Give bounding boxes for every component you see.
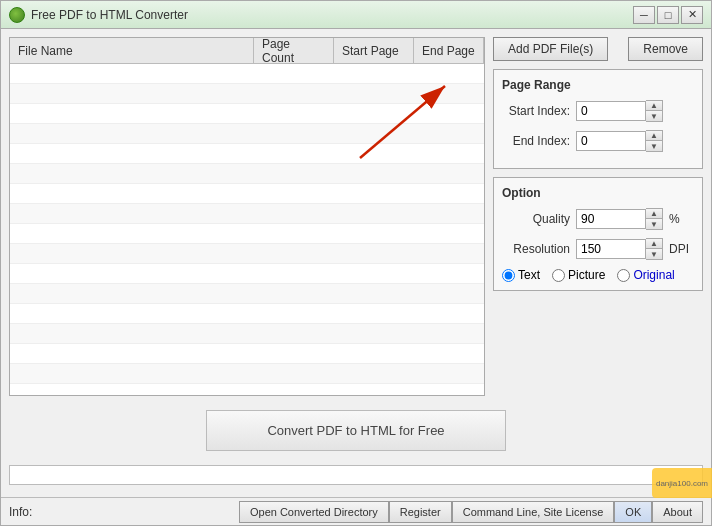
table-row (10, 164, 484, 184)
option-title: Option (502, 186, 694, 200)
end-index-arrows: ▲ ▼ (646, 130, 663, 152)
quality-row: Quality ▲ ▼ % (502, 208, 694, 230)
radio-text-input[interactable] (502, 269, 515, 282)
table-row (10, 204, 484, 224)
page-range-section: Page Range Start Index: ▲ ▼ End Index: (493, 69, 703, 169)
table-row (10, 364, 484, 384)
col-header-endpage: End Page (414, 38, 484, 63)
file-list-header: File Name Page Count Start Page End Page (10, 38, 484, 64)
end-index-spinner: ▲ ▼ (576, 130, 663, 152)
table-row (10, 104, 484, 124)
table-row (10, 264, 484, 284)
radio-text[interactable]: Text (502, 268, 540, 282)
table-row (10, 144, 484, 164)
radio-picture-label: Picture (568, 268, 605, 282)
open-directory-button[interactable]: Open Converted Directory (239, 501, 389, 523)
close-button[interactable]: ✕ (681, 6, 703, 24)
start-index-arrows: ▲ ▼ (646, 100, 663, 122)
maximize-button[interactable]: □ (657, 6, 679, 24)
table-row (10, 244, 484, 264)
quality-spinner: ▲ ▼ (576, 208, 663, 230)
resolution-row: Resolution ▲ ▼ DPI (502, 238, 694, 260)
ok-button[interactable]: OK (614, 501, 652, 523)
start-index-spinner: ▲ ▼ (576, 100, 663, 122)
title-bar: Free PDF to HTML Converter ─ □ ✕ (1, 1, 711, 29)
command-line-button[interactable]: Command Line, Site License (452, 501, 615, 523)
resolution-up[interactable]: ▲ (646, 239, 662, 249)
table-row (10, 184, 484, 204)
radio-text-label: Text (518, 268, 540, 282)
remove-button[interactable]: Remove (628, 37, 703, 61)
quality-label: Quality (502, 212, 570, 226)
col-header-startpage: Start Page (334, 38, 414, 63)
resolution-down[interactable]: ▼ (646, 249, 662, 259)
top-section: File Name Page Count Start Page End Page (9, 37, 703, 396)
radio-original-label: Original (633, 268, 674, 282)
minimize-button[interactable]: ─ (633, 6, 655, 24)
quality-unit: % (669, 212, 680, 226)
window-title: Free PDF to HTML Converter (31, 8, 633, 22)
action-buttons: Add PDF File(s) Remove (493, 37, 703, 61)
quality-arrows: ▲ ▼ (646, 208, 663, 230)
end-index-input[interactable] (576, 131, 646, 151)
table-row (10, 304, 484, 324)
add-pdf-button[interactable]: Add PDF File(s) (493, 37, 608, 61)
radio-original[interactable]: Original (617, 268, 674, 282)
table-row (10, 284, 484, 304)
bottom-bar: Info: Open Converted Directory Register … (1, 497, 711, 525)
page-range-title: Page Range (502, 78, 694, 92)
about-button[interactable]: About (652, 501, 703, 523)
table-row (10, 124, 484, 144)
resolution-spinner: ▲ ▼ (576, 238, 663, 260)
start-index-down[interactable]: ▼ (646, 111, 662, 121)
option-section: Option Quality ▲ ▼ % Resol (493, 177, 703, 291)
end-index-label: End Index: (502, 134, 570, 148)
col-header-pagecount: Page Count (254, 38, 334, 63)
quality-up[interactable]: ▲ (646, 209, 662, 219)
table-row (10, 324, 484, 344)
window-controls: ─ □ ✕ (633, 6, 703, 24)
start-index-input[interactable] (576, 101, 646, 121)
convert-button[interactable]: Convert PDF to HTML for Free (206, 410, 505, 451)
table-row (10, 384, 484, 395)
start-index-up[interactable]: ▲ (646, 101, 662, 111)
col-header-filename: File Name (10, 38, 254, 63)
radio-picture[interactable]: Picture (552, 268, 605, 282)
resolution-unit: DPI (669, 242, 689, 256)
mode-radio-group: Text Picture Original (502, 268, 694, 282)
start-index-row: Start Index: ▲ ▼ (502, 100, 694, 122)
radio-original-input[interactable] (617, 269, 630, 282)
file-list-rows[interactable] (10, 64, 484, 395)
right-panel: Add PDF File(s) Remove Page Range Start … (493, 37, 703, 396)
table-row (10, 224, 484, 244)
table-row (10, 84, 484, 104)
main-content: File Name Page Count Start Page End Page (1, 29, 711, 497)
app-icon (9, 7, 25, 23)
resolution-arrows: ▲ ▼ (646, 238, 663, 260)
quality-input[interactable] (576, 209, 646, 229)
table-row (10, 64, 484, 84)
start-index-label: Start Index: (502, 104, 570, 118)
file-list-panel: File Name Page Count Start Page End Page (9, 37, 485, 396)
register-button[interactable]: Register (389, 501, 452, 523)
end-index-down[interactable]: ▼ (646, 141, 662, 151)
quality-down[interactable]: ▼ (646, 219, 662, 229)
table-row (10, 344, 484, 364)
end-index-up[interactable]: ▲ (646, 131, 662, 141)
progress-bar (9, 465, 703, 485)
convert-section: Convert PDF to HTML for Free (9, 402, 703, 459)
watermark: danjia100.com (652, 468, 712, 498)
resolution-input[interactable] (576, 239, 646, 259)
info-label: Info: (9, 505, 32, 519)
radio-picture-input[interactable] (552, 269, 565, 282)
main-window: Free PDF to HTML Converter ─ □ ✕ (0, 0, 712, 526)
end-index-row: End Index: ▲ ▼ (502, 130, 694, 152)
watermark-line1: danjia100.com (656, 479, 708, 488)
resolution-label: Resolution (502, 242, 570, 256)
